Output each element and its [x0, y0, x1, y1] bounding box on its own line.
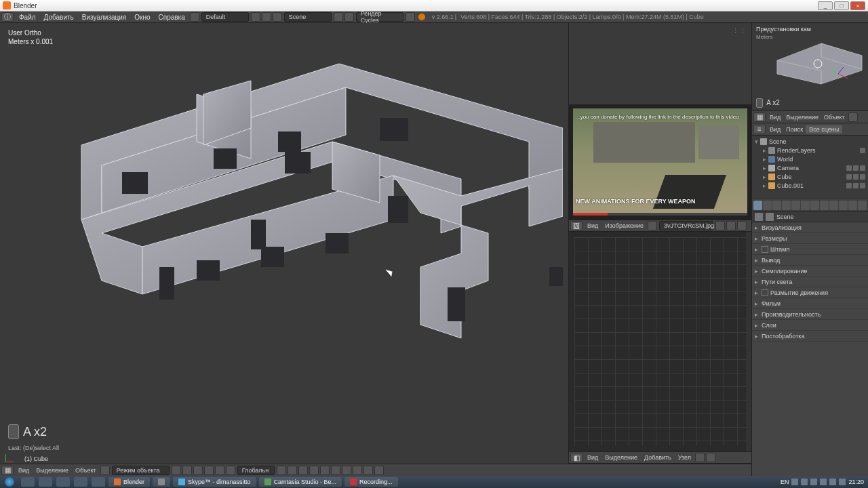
taskbar-app-blender[interactable]: Blender: [108, 477, 150, 487]
taskbar-totalcmd-icon[interactable]: [39, 477, 52, 487]
prop-tab-physics[interactable]: [858, 201, 867, 210]
outliner-item-scene[interactable]: ▾Scene: [755, 137, 865, 146]
prop-tab-world[interactable]: [782, 201, 791, 210]
manipulator-rotate[interactable]: [215, 466, 224, 475]
panel-output[interactable]: ▸Вывод: [752, 255, 868, 266]
vp-menu-select[interactable]: Выделение: [33, 467, 72, 474]
prop-context-pin-icon[interactable]: [755, 213, 763, 221]
layer-button-1[interactable]: [277, 466, 286, 475]
outliner-menu-search[interactable]: Поиск: [783, 126, 806, 133]
editor-type-info-icon[interactable]: ⓘ: [1, 12, 14, 22]
preview-menu-view[interactable]: Вид: [767, 114, 783, 121]
prop-tab-constraints[interactable]: [801, 201, 810, 210]
area-options-icon[interactable]: ⋮⋮: [732, 27, 747, 34]
taskbar-pinned-icon-3[interactable]: [92, 477, 105, 487]
layer-button-2[interactable]: [288, 466, 297, 475]
tray-action-center-icon[interactable]: [839, 479, 846, 485]
tray-icon-3[interactable]: [810, 479, 817, 485]
uv-image-browse-button[interactable]: [648, 221, 657, 230]
uv-menu-view[interactable]: Вид: [584, 222, 601, 229]
render-engine-dropdown[interactable]: Рендер Cycles: [356, 12, 403, 22]
editor-type-outliner-icon[interactable]: ≡: [753, 125, 766, 134]
image-editor-scrollbar[interactable]: [746, 232, 751, 451]
video-progress-bar[interactable]: [573, 213, 747, 216]
prop-tab-renderlayers[interactable]: [763, 201, 772, 210]
taskbar-app-skype[interactable]: Skype™ - dimanassitto: [173, 477, 256, 487]
layout-delete-button[interactable]: [262, 12, 271, 22]
node-menu-select[interactable]: Выделение: [601, 454, 641, 461]
taskbar-app-camtasia[interactable]: Camtasia Studio - Бе...: [259, 477, 342, 487]
back-to-previous-button[interactable]: [190, 12, 199, 22]
layer-button-4[interactable]: [309, 466, 319, 475]
prop-tab-texture[interactable]: [839, 201, 848, 210]
scene-dropdown[interactable]: Scene: [284, 12, 332, 22]
uv-image-add-button[interactable]: [726, 221, 736, 230]
taskbar-app-unknown[interactable]: [153, 477, 170, 487]
mode-icon[interactable]: [100, 466, 110, 475]
taskbar-pinned-icon-2[interactable]: [74, 477, 87, 487]
prop-tab-material[interactable]: [829, 201, 838, 210]
scene-browse-button[interactable]: [273, 12, 282, 22]
preview-menu-select[interactable]: Выделение: [783, 114, 821, 121]
outliner-item-cube001[interactable]: ▸Cube.001: [755, 181, 865, 190]
prop-tab-object[interactable]: [791, 201, 800, 210]
taskbar-pinned-icon-1[interactable]: [56, 477, 70, 487]
uv-image-name-field[interactable]: 3vJTGtVRcSM.jpg: [659, 221, 713, 230]
tray-lang-indicator[interactable]: EN: [781, 479, 789, 485]
maximize-button[interactable]: □: [834, 1, 849, 10]
panel-dimensions[interactable]: ▸Размеры: [752, 233, 868, 244]
outliner-tree[interactable]: ▾Scene ▸RenderLayers ▸World ▸Camera ▸Cub…: [752, 136, 868, 199]
tray-icon-2[interactable]: [801, 479, 808, 485]
manipulator-toggle[interactable]: [193, 466, 203, 475]
panel-stamp[interactable]: ▸Штамп: [752, 244, 868, 255]
render-preview-button[interactable]: [363, 466, 373, 475]
uv-menu-image[interactable]: Изображение: [601, 222, 647, 229]
menu-render[interactable]: Визуализация: [78, 14, 130, 21]
editor-type-3dview2-icon[interactable]: ▦: [753, 113, 766, 122]
prop-tab-scene[interactable]: [772, 201, 781, 210]
outliner-item-renderlayers[interactable]: ▸RenderLayers: [755, 146, 865, 155]
node-menu-node[interactable]: Узел: [675, 454, 694, 461]
manipulator-translate[interactable]: [204, 466, 214, 475]
screen-layout-dropdown[interactable]: Default: [201, 12, 249, 22]
uv-image-pin-button[interactable]: [715, 221, 725, 230]
tray-icon-1[interactable]: [791, 479, 798, 485]
windows-taskbar[interactable]: Blender Skype™ - dimanassitto Camtasia S…: [0, 476, 868, 488]
prop-tab-render[interactable]: [753, 201, 762, 210]
layout-add-button[interactable]: [251, 12, 260, 22]
object-mode-dropdown[interactable]: Режим объекта: [112, 466, 170, 475]
snap-element-button[interactable]: [342, 466, 351, 475]
image-editor-area[interactable]: [569, 232, 751, 451]
panel-motionblur[interactable]: ▸Размытие движения: [752, 287, 868, 298]
vp-menu-view[interactable]: Вид: [15, 467, 33, 474]
camera-preview-viewport[interactable]: Предустановки кам Meters A x2: [752, 23, 868, 111]
tray-network-icon[interactable]: [820, 479, 827, 485]
preview-menu-object[interactable]: Объект: [821, 114, 848, 121]
outliner-menu-view[interactable]: Вид: [767, 126, 783, 133]
pivot-point-button[interactable]: [182, 466, 192, 475]
node-type-button[interactable]: [695, 453, 705, 462]
taskbar-app-recording[interactable]: Recording...: [344, 477, 398, 487]
opengl-render-button[interactable]: [374, 466, 384, 475]
editor-type-3dview-icon[interactable]: ▦: [1, 466, 14, 475]
start-button[interactable]: [0, 476, 19, 488]
scene-delete-button[interactable]: [344, 12, 354, 22]
tray-volume-icon[interactable]: [829, 479, 836, 485]
secondary-3d-viewport[interactable]: ⋮⋮: [569, 23, 751, 104]
proportional-edit-button[interactable]: [353, 466, 362, 475]
outliner-display-mode[interactable]: Все сцены: [806, 125, 842, 134]
prop-tab-data[interactable]: [820, 201, 829, 210]
editor-type-image-icon[interactable]: 🖼: [570, 221, 583, 230]
properties-panels[interactable]: ▸Визуализация ▸Размеры ▸Штамп ▸Вывод ▸Се…: [752, 222, 868, 476]
panel-lightpaths[interactable]: ▸Пути света: [752, 277, 868, 287]
node-menu-add[interactable]: Добавить: [641, 454, 675, 461]
panel-film[interactable]: ▸Фильм: [752, 298, 868, 309]
menu-add[interactable]: Добавить: [40, 14, 78, 21]
shading-mode-button[interactable]: [172, 466, 181, 475]
close-button[interactable]: ×: [850, 1, 865, 10]
tray-clock[interactable]: 21:20: [848, 479, 864, 485]
outliner-item-camera[interactable]: ▸Camera: [755, 163, 865, 172]
prop-tab-modifiers[interactable]: [810, 201, 819, 210]
outliner-item-world[interactable]: ▸World: [755, 155, 865, 163]
transform-orientation-dropdown[interactable]: Глобальн: [237, 466, 275, 475]
